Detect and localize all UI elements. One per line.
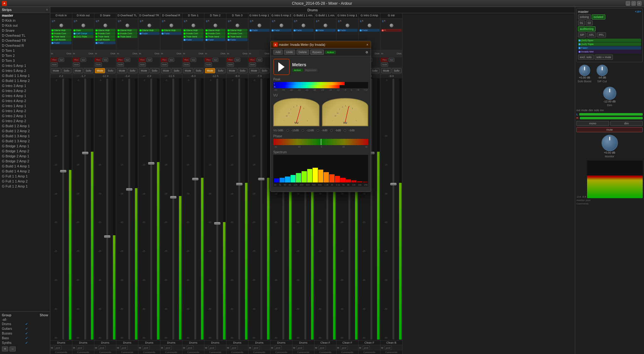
plugin-undo-button[interactable]: Undo <box>284 50 295 55</box>
ch-post-btn-0[interactable]: post <box>54 346 62 350</box>
strip-item-g-bridge-1-amp-1[interactable]: G Bridge 1 Amp 1 <box>0 144 50 149</box>
ch-lock-8[interactable]: lock <box>227 63 234 67</box>
maximize-button[interactable]: □ <box>631 1 636 6</box>
ch-solo-btn-7[interactable]: Solo <box>216 68 226 73</box>
ch-disk-label-2[interactable]: Disk <box>110 52 115 55</box>
ch-post-btn-8[interactable]: post <box>230 346 238 350</box>
ch-disk-label-4[interactable]: Disk <box>154 52 159 55</box>
plugin-0-0[interactable]: Glame High <box>51 29 71 32</box>
ch-pan-knob-13[interactable] <box>346 24 349 27</box>
ch-lock-0[interactable]: lock <box>51 63 58 67</box>
ch-post-btn-10[interactable]: post <box>275 346 282 350</box>
strip-item-g-bridge-2-amp-1[interactable]: G Bridge 2 Amp 1 <box>0 154 50 159</box>
ch-lock-6[interactable]: lock <box>183 63 190 67</box>
strip-item-g-intro-2-amp-2[interactable]: G Intro 2 Amp 2 <box>0 118 50 123</box>
strip-item-g-full-1-1-amp-1[interactable]: G Full 1 1 Amp 1 <box>0 174 50 179</box>
ch-fader-thumb-8[interactable] <box>236 183 242 185</box>
ch-disk-label-5[interactable]: Disk <box>176 52 181 55</box>
ch-lock-15[interactable]: lock <box>381 63 388 67</box>
ch-post-btn-4[interactable]: post <box>142 346 150 350</box>
ch-rec-7[interactable]: Rec <box>205 58 212 62</box>
ch-iso-4[interactable]: iso <box>147 58 152 62</box>
ch-rec-15[interactable]: Rec <box>381 58 388 62</box>
solo-mute-button[interactable]: solo = mute <box>595 55 613 60</box>
plugin-7-2[interactable]: Triple band <box>205 35 225 38</box>
ch-solo-btn-2[interactable]: Solo <box>106 68 116 73</box>
ch-mute-btn-3[interactable]: Mute <box>117 68 127 73</box>
ch-mute-btn-8[interactable]: Mute <box>227 68 237 73</box>
plugin-8-3[interactable]: Fader <box>227 38 247 41</box>
plugin-bypass-button[interactable]: Bypass <box>310 50 324 55</box>
ch-fader-thumb-9[interactable] <box>258 178 264 180</box>
ch-iso-0[interactable]: iso <box>58 58 64 62</box>
ch-solo-btn-3[interactable]: Solo <box>128 68 138 73</box>
solo-boost-knob[interactable] <box>579 65 590 76</box>
strip-item-g-build-1-4-amp-2[interactable]: G Build 1 4 Amp 2 <box>0 169 50 174</box>
ch-fader-thumb-2[interactable] <box>104 235 110 238</box>
ch-pan-knob-1[interactable] <box>81 24 85 27</box>
ch-fader-thumb-15[interactable] <box>390 183 397 185</box>
close-button[interactable]: × <box>637 1 641 6</box>
plugin-0-4[interactable]: Fader <box>51 41 71 44</box>
ch-rec-0[interactable]: Rec <box>51 58 58 62</box>
ch-disk-label-8[interactable]: Disk <box>242 52 247 55</box>
plugin-9-0[interactable]: Fader <box>249 29 269 32</box>
ch-iso-7[interactable]: iso <box>213 58 218 62</box>
plugin-2-0[interactable]: Glame High <box>95 29 115 32</box>
soloing-button[interactable]: soloing <box>578 14 591 19</box>
strip-item-g-full-1-2-amp-1[interactable]: G Full 1 2 Amp 1 <box>0 184 50 189</box>
ch-post-btn-3[interactable]: post <box>120 346 128 350</box>
group-item-guitars[interactable]: Guitars ✓ <box>0 326 50 331</box>
ch-rec-8[interactable]: Rec <box>227 58 234 62</box>
ch-lock-1[interactable]: lock <box>73 63 80 67</box>
strip-item-g-build-1-4-amp-1[interactable]: G Build 1 4 Amp 1 <box>0 164 50 169</box>
plugin-10-0[interactable]: Fader <box>271 29 291 32</box>
plugin-8-2[interactable]: Triple band <box>227 35 247 38</box>
plugin-1-2[interactable]: (2x1) Triple <box>73 35 93 38</box>
ch-rec-6[interactable]: Rec <box>183 58 190 62</box>
ch-pan-knob-5[interactable] <box>169 24 173 27</box>
plugin-3-0[interactable]: Glame High <box>117 29 137 32</box>
ch-post-btn-1[interactable]: post <box>76 346 84 350</box>
ch-mute-btn-6[interactable]: Mute <box>183 68 193 73</box>
ch-fader-thumb-4[interactable] <box>148 162 154 165</box>
ch-iso-15[interactable]: iso <box>389 58 394 62</box>
ch-post-btn-6[interactable]: post <box>186 346 194 350</box>
add-group-button[interactable]: + <box>2 346 8 351</box>
ch-rec-2[interactable]: Rec <box>95 58 102 62</box>
strip-item-d-tom-3[interactable]: D Tom 3 <box>0 58 50 63</box>
plugin-4-0[interactable]: Glame High <box>139 29 159 32</box>
group-item-busses[interactable]: Busses ✓ <box>0 331 50 336</box>
ch-post-btn-5[interactable]: post <box>164 346 172 350</box>
ch-pan-knob-0[interactable] <box>59 24 63 27</box>
ch-solo-btn-0[interactable]: Solo <box>62 68 72 73</box>
sip-button[interactable]: SiP <box>578 32 586 37</box>
ch-pan-knob-9[interactable] <box>258 24 261 27</box>
dim2-button[interactable]: dim <box>610 121 643 126</box>
strip-item-d-kick-out[interactable]: D Kick out <box>0 23 50 28</box>
mono-button[interactable]: mono <box>576 121 609 126</box>
ch-pan-knob-12[interactable] <box>324 24 327 27</box>
ch-disk-label-6[interactable]: Disk <box>198 52 203 55</box>
strip-item-g-intro-5-amp-1[interactable]: G Intro 5 Amp 1 <box>0 63 50 68</box>
ch-in-label-7[interactable]: In <box>205 52 207 55</box>
strip-item-g-bridge-1-amp-2[interactable]: G Bridge 1 Amp 2 <box>0 149 50 154</box>
ch-fader-thumb-0[interactable] <box>60 170 66 172</box>
afl-button[interactable]: AFL <box>587 32 596 37</box>
plugin-3-2[interactable]: Triple band <box>117 35 137 38</box>
ch-rec-5[interactable]: Rec <box>161 58 168 62</box>
ch-fader-thumb-3[interactable] <box>126 188 132 191</box>
ch-fader-thumb-7[interactable] <box>214 222 220 225</box>
ch-fader-thumb-6[interactable] <box>192 178 198 180</box>
strip-item-g-intro-3-amp-1[interactable]: G Intro 3 Amp 1 <box>0 83 50 88</box>
plugin-7-1[interactable]: Invada Com <box>205 32 225 35</box>
plugin-13-0[interactable]: Fader <box>337 29 358 32</box>
ch-post-btn-15[interactable]: post <box>385 346 392 350</box>
ch-in-label-0[interactable]: In <box>51 52 53 55</box>
ch-solo-btn-9[interactable]: Solo <box>260 68 270 73</box>
ch-in-label-5[interactable]: In <box>161 52 163 55</box>
isolated-button[interactable]: isolated <box>592 14 605 19</box>
plugin-11-0[interactable]: Fader <box>293 29 314 32</box>
plugin-add-button[interactable]: Add <box>273 50 283 55</box>
ch-rec-4[interactable]: Rec <box>139 58 146 62</box>
